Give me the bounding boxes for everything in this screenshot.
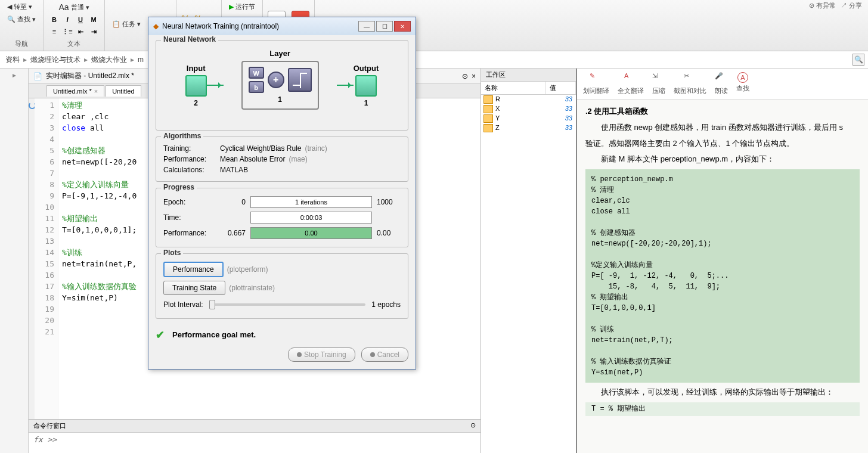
doc-find-button[interactable]: A查找 <box>736 72 749 95</box>
top-right-tools: ⊘ 有异常 ↗ 分享 <box>809 1 862 10</box>
workspace-panel: 工作区 名称 值 R33X33Y33Z33 <box>480 69 576 453</box>
trainstate-plot-button[interactable]: Training State <box>163 281 225 295</box>
cmd-menu-icon[interactable]: ⊙ <box>470 421 476 430</box>
check-icon: ✔ <box>156 328 168 340</box>
editor-close-icon[interactable]: × <box>472 72 476 80</box>
ws-var[interactable]: R33 <box>481 95 576 104</box>
task-button[interactable]: 📋任务▾ <box>110 18 143 30</box>
perf-progress: 0.00 <box>250 227 372 239</box>
editor-menu-icon[interactable]: ⊙ <box>462 72 468 80</box>
command-prompt[interactable]: fx >> <box>29 433 480 446</box>
ws-var[interactable]: Z33 <box>481 123 576 133</box>
bullet-list-button[interactable]: ≡ <box>48 26 60 37</box>
search-icon[interactable]: 🔍 <box>852 54 864 66</box>
doc-code-block: % perception_newp.m % 清理 clear,clc close… <box>585 169 860 383</box>
maximize-button[interactable]: ☐ <box>376 21 393 32</box>
bc-item[interactable]: 资料 <box>4 55 21 65</box>
plot-interval-slider[interactable] <box>209 303 366 306</box>
screenshot-button[interactable]: ✂截图和对比 <box>674 72 706 95</box>
nav-group-label: 导航 <box>5 38 38 49</box>
error-indicator[interactable]: ⊘ 有异常 <box>809 1 836 10</box>
minimize-button[interactable]: — <box>358 21 375 32</box>
run-section-button[interactable]: ▶运行节 <box>227 1 258 13</box>
goto-button[interactable]: ◀转至▾ <box>5 1 35 13</box>
breadcrumb: 资料▸ 燃烧理论与技术▸ 燃烧大作业▸ m 🔍 <box>0 51 868 69</box>
text-style-button[interactable]: Aa普通▾ <box>56 1 91 13</box>
italic-button[interactable]: I <box>61 14 73 25</box>
close-button[interactable]: ✕ <box>394 21 411 32</box>
ws-var[interactable]: Y33 <box>481 114 576 123</box>
outdent-button[interactable]: ⇤ <box>75 26 86 37</box>
time-progress: 0:00:03 <box>250 212 372 224</box>
dialog-titlebar[interactable]: ◆ Neural Network Training (nntraintool) … <box>148 17 416 35</box>
editor-icon: 📄 <box>33 72 42 80</box>
bold-button[interactable]: B <box>48 14 60 25</box>
ws-col-value[interactable]: 值 <box>546 82 576 94</box>
ws-col-name[interactable]: 名称 <box>481 82 546 94</box>
indent-button[interactable]: ⇥ <box>88 26 100 37</box>
ws-var[interactable]: X33 <box>481 104 576 114</box>
find-button[interactable]: 🔍查找▾ <box>5 14 38 25</box>
mono-button[interactable]: M <box>88 14 100 25</box>
translate-selection-button[interactable]: ✎划词翻译 <box>583 72 609 95</box>
performance-plot-button[interactable]: Performance <box>163 262 224 277</box>
tab-untitled-mlx[interactable]: Untitled.mlx *× <box>46 85 104 97</box>
bc-item[interactable]: m <box>136 55 145 64</box>
bc-item[interactable]: 燃烧理论与技术 <box>29 55 82 65</box>
close-icon[interactable]: × <box>94 88 98 95</box>
epoch-progress: 1 iterations <box>250 196 372 208</box>
share-button[interactable]: ↗ 分享 <box>841 1 862 10</box>
cancel-button[interactable]: Cancel <box>361 347 408 362</box>
bc-item[interactable]: 燃烧大作业 <box>89 55 129 65</box>
stop-training-button[interactable]: Stop Training <box>288 347 355 362</box>
nntraintool-dialog: ◆ Neural Network Training (nntraintool) … <box>148 17 416 370</box>
read-aloud-button[interactable]: 🎤朗读 <box>715 72 728 95</box>
matlab-icon: ◆ <box>153 22 159 30</box>
tab-untitled[interactable]: Untitled <box>106 85 141 97</box>
number-list-button[interactable]: ⋮≡ <box>61 26 73 37</box>
translate-all-button[interactable]: A全文翻译 <box>618 72 644 95</box>
underline-button[interactable]: U <box>75 14 86 25</box>
document-panel: ✎划词翻译 A全文翻译 ⇲压缩 ✂截图和对比 🎤朗读 A查找 .2 使用工具箱函… <box>576 69 868 453</box>
doc-heading: .2 使用工具箱函数 <box>585 106 860 118</box>
compress-button[interactable]: ⇲压缩 <box>652 72 665 95</box>
file-browser-collapsed[interactable]: ▸ <box>0 69 29 453</box>
command-window: 命令行窗口⊙ fx >> <box>29 419 480 453</box>
ribbon: ◀转至▾ 🔍查找▾ 导航 Aa普通▾ B I U M ≡ ⋮≡ ⇤ ⇥ 文本 <box>0 0 868 51</box>
text-group-label: 文本 <box>48 38 100 49</box>
nn-diagram: Input 2 Layer W b + 1 <box>163 46 401 124</box>
